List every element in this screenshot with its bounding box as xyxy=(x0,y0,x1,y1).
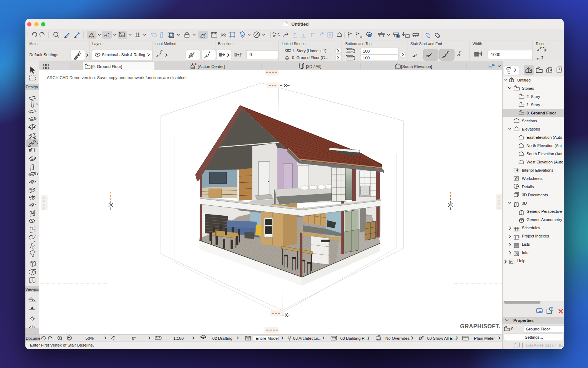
svg-text:Main:: Main: xyxy=(29,41,39,46)
svg-text:No Overrides: No Overrides xyxy=(385,336,410,340)
svg-text:Info: Info xyxy=(522,250,528,255)
svg-text:Viewpoi: Viewpoi xyxy=(25,287,39,291)
svg-text:100: 100 xyxy=(363,56,370,60)
svg-text:Worksheets: Worksheets xyxy=(522,176,543,181)
svg-text:Structural - Stair & Railing: Structural - Stair & Railing xyxy=(102,53,145,57)
svg-text:Stair Start and End:: Stair Start and End: xyxy=(410,41,443,46)
svg-text:1. Story: 1. Story xyxy=(527,103,540,107)
svg-text:0.: 0. xyxy=(511,327,515,331)
svg-text:Project Indexes: Project Indexes xyxy=(522,234,549,238)
svg-text:Entire Model: Entire Model xyxy=(256,336,279,340)
svg-text:1000: 1000 xyxy=(491,52,500,57)
svg-text:Details: Details xyxy=(522,185,534,189)
svg-text:Interior Elevations: Interior Elevations xyxy=(522,168,554,172)
svg-text:East Elevation (Auto-: East Elevation (Auto- xyxy=(527,135,564,139)
svg-text:Default Settings: Default Settings xyxy=(29,53,58,57)
svg-text:1:100: 1:100 xyxy=(173,336,184,340)
svg-text:00 Show All El...: 00 Show All El... xyxy=(427,336,457,340)
svg-text:Docume: Docume xyxy=(26,336,40,340)
svg-text:Untitled: Untitled xyxy=(517,78,530,82)
svg-text:Generic Axonometry: Generic Axonometry xyxy=(527,217,562,222)
svg-text:Help: Help xyxy=(517,259,525,263)
svg-text:2. Story: 2. Story xyxy=(527,94,540,99)
svg-text:ARCHICAD Demo version. Save, c: ARCHICAD Demo version. Save, copy and te… xyxy=(47,75,187,80)
svg-text:[Action Center]: [Action Center] xyxy=(198,64,225,69)
svg-text:GRAPHISOFT.: GRAPHISOFT. xyxy=(460,323,500,329)
svg-text:3D: 3D xyxy=(522,201,527,205)
svg-text:Layer:: Layer: xyxy=(92,41,103,46)
svg-text:02 Drafting: 02 Drafting xyxy=(212,336,232,340)
svg-text:0. Ground Floor (C...: 0. Ground Floor (C... xyxy=(292,55,328,60)
svg-text:3D Documents: 3D Documents xyxy=(522,193,548,197)
svg-text:Properties: Properties xyxy=(513,318,534,323)
svg-text:1. Story (Home + 1): 1. Story (Home + 1) xyxy=(292,49,326,53)
svg-text:Elevations: Elevations xyxy=(522,127,540,131)
svg-text:Sections: Sections xyxy=(522,119,537,123)
svg-text:West Elevation (Auto: West Elevation (Auto xyxy=(527,160,563,164)
svg-text:North Elevation (Aut: North Elevation (Aut xyxy=(527,143,562,148)
svg-text:0°: 0° xyxy=(132,336,136,340)
svg-text:#: # xyxy=(544,48,547,52)
svg-text:Width:: Width: xyxy=(473,41,483,46)
svg-text:Settings...: Settings... xyxy=(525,335,543,339)
svg-text:50%: 50% xyxy=(85,336,94,340)
svg-text:Riser:: Riser: xyxy=(536,41,545,46)
svg-text:Plain Meter: Plain Meter xyxy=(474,336,495,340)
svg-text:[South Elevation]: [South Elevation] xyxy=(401,64,432,69)
svg-text:Design: Design xyxy=(26,85,38,89)
svg-text:Schedules: Schedules xyxy=(522,226,540,230)
svg-text:0. Ground Floor: 0. Ground Floor xyxy=(527,111,556,115)
svg-text:[3D / All]: [3D / All] xyxy=(306,64,321,69)
svg-text:[0. Ground Floor]: [0. Ground Floor] xyxy=(91,64,122,69)
svg-text:Generic Perspective: Generic Perspective xyxy=(527,209,562,214)
svg-text:Bottom and Top:: Bottom and Top: xyxy=(345,41,372,46)
svg-text:Baseline:: Baseline: xyxy=(218,41,233,46)
svg-text:Linked Stories:: Linked Stories: xyxy=(282,41,306,46)
svg-text:Stories: Stories xyxy=(522,86,534,90)
svg-text:03 Building Pl...: 03 Building Pl... xyxy=(340,336,369,340)
svg-text:0: 0 xyxy=(249,52,252,57)
svg-text:03 Architectur...: 03 Architectur... xyxy=(293,336,321,340)
svg-text:GRAPHISOFT ID: GRAPHISOFT ID xyxy=(526,343,564,348)
svg-text:Ground Floor: Ground Floor xyxy=(526,327,550,331)
svg-text:3: 3 xyxy=(397,35,399,38)
svg-text:Input Method:: Input Method: xyxy=(154,41,177,46)
svg-text:100: 100 xyxy=(363,49,370,53)
svg-text:South Elevation (Aut: South Elevation (Aut xyxy=(527,152,562,156)
svg-text:XY: XY xyxy=(120,34,124,37)
svg-text:Lists: Lists xyxy=(522,242,530,246)
